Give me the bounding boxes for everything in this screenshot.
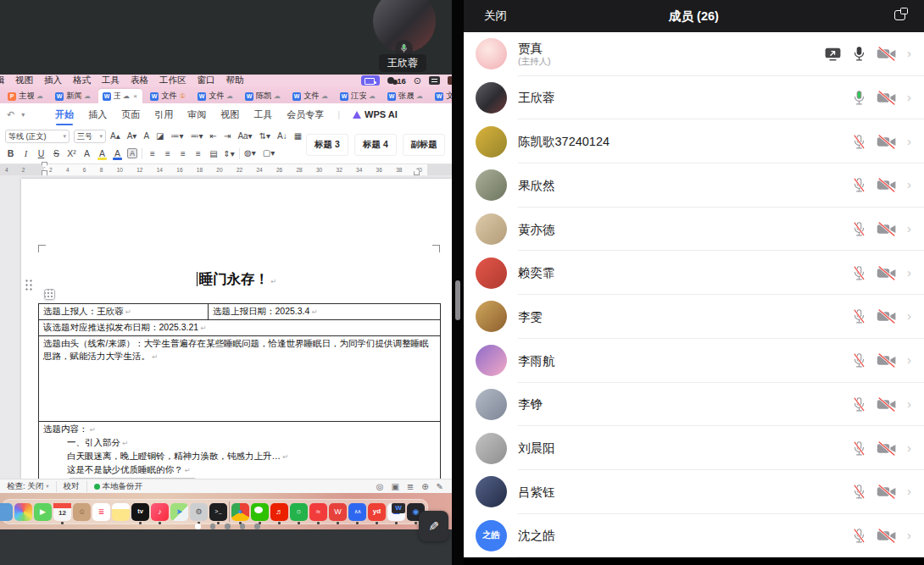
screen-share-status-button[interactable]: [361, 75, 380, 86]
chevron-right-icon[interactable]: ›: [907, 91, 911, 103]
dock-icon[interactable]: ♪: [151, 503, 169, 521]
statusbar-view-icon[interactable]: ⊕: [421, 482, 428, 491]
mic-icon[interactable]: [852, 90, 866, 106]
toolbar-icon[interactable]: A▴: [110, 132, 120, 141]
ribbon-tab[interactable]: 开始: [54, 105, 75, 125]
table-cell[interactable]: 选题上报人：王欣蓉: [39, 304, 209, 319]
italic-button[interactable]: I: [20, 149, 31, 158]
member-row[interactable]: 刘晨阳: [464, 426, 924, 470]
dock-icon[interactable]: ≣: [92, 503, 110, 521]
ribbon-tab[interactable]: 页面: [120, 105, 141, 125]
camera-off-icon[interactable]: [877, 47, 897, 61]
member-row[interactable]: 黄亦德: [464, 208, 924, 252]
statusbar-view-icon[interactable]: ≣: [407, 482, 414, 491]
popout-window-icon[interactable]: [894, 10, 905, 20]
menu-item[interactable]: 帮助: [226, 75, 244, 86]
menu-item[interactable]: 表格: [131, 75, 148, 86]
mic-icon[interactable]: [852, 221, 866, 237]
camera-off-icon[interactable]: [877, 441, 897, 456]
camera-off-icon[interactable]: [877, 529, 897, 543]
menu-item[interactable]: 窗口: [198, 75, 215, 86]
dock-icon[interactable]: [251, 503, 269, 521]
ribbon-tab[interactable]: 审阅: [186, 105, 207, 125]
dock-icon[interactable]: [112, 503, 130, 521]
mic-icon[interactable]: [852, 396, 866, 413]
align-button[interactable]: ≡: [147, 148, 159, 159]
chevron-right-icon[interactable]: ›: [907, 178, 911, 191]
scrollbar-handle[interactable]: [455, 280, 460, 320]
chevron-right-icon[interactable]: ›: [907, 135, 911, 147]
chevron-right-icon[interactable]: ›: [907, 441, 911, 454]
dock-icon[interactable]: [0, 503, 13, 521]
toolbar-icon[interactable]: ⇅▾: [259, 132, 270, 141]
dock-icon[interactable]: W: [329, 503, 347, 521]
table-cell[interactable]: 选题由头（线索/来源）：大学生普遍存在某些睡眠问题，恰逢世界睡眠日，为同学们提供…: [39, 336, 440, 421]
dock-icon[interactable]: ⚙: [190, 503, 208, 521]
chevron-right-icon[interactable]: ›: [907, 222, 911, 235]
ribbon-tab[interactable]: 视图: [220, 105, 240, 125]
highlight-color-button[interactable]: A: [97, 148, 108, 158]
ribbon-tab[interactable]: 插入: [87, 105, 108, 125]
document-tab[interactable]: W 王欣蓉: [98, 89, 142, 103]
document-page[interactable]: 睡门永存！↵ 选题上报人：王欣蓉 选题上报日期：2025.3.4 该选题对应推送…: [21, 179, 452, 479]
page-dot[interactable]: [210, 523, 216, 529]
page-dot[interactable]: [240, 523, 246, 529]
dock-icon[interactable]: ▶: [34, 503, 52, 521]
menu-item[interactable]: 格式: [73, 75, 91, 86]
document-tab[interactable]: W 文件_1: [193, 89, 237, 103]
chevron-right-icon[interactable]: ›: [907, 397, 911, 410]
participants-count-indicator[interactable]: 16: [387, 76, 406, 86]
member-row[interactable]: 陈凯歌37240124: [464, 119, 924, 163]
toolbar-icon[interactable]: ◪: [156, 132, 164, 141]
document-tab[interactable]: W 陈凯歌: [241, 89, 285, 103]
camera-off-icon[interactable]: [877, 91, 897, 105]
document-tab[interactable]: W 文件.d: [146, 89, 190, 103]
toolbar-icon[interactable]: A↓: [277, 132, 287, 141]
mic-icon[interactable]: [852, 265, 866, 281]
strikethrough-button[interactable]: S: [51, 148, 62, 158]
member-row[interactable]: 之皓 沈之皓: [464, 514, 924, 557]
table-cell[interactable]: 选题上报日期：2025.3.4: [209, 304, 440, 319]
mic-icon[interactable]: [852, 308, 866, 324]
document-tab[interactable]: W 江安琪: [336, 89, 380, 103]
dock-icon[interactable]: ∧∧: [348, 503, 366, 521]
member-row[interactable]: 李雯: [464, 295, 924, 339]
menu-item[interactable]: 插入: [44, 75, 62, 86]
ribbon-tab[interactable]: 工具: [253, 105, 273, 125]
mic-icon[interactable]: [852, 177, 866, 193]
wps-ai-button[interactable]: WPS AI: [353, 109, 398, 119]
local-backup-status[interactable]: 本地备份开: [86, 481, 150, 492]
table-drag-handle-icon[interactable]: [44, 289, 55, 300]
dock-icon[interactable]: tv: [131, 503, 149, 521]
document-tab[interactable]: W 文件.d: [288, 89, 332, 103]
camera-off-icon[interactable]: [877, 309, 897, 324]
camera-off-icon[interactable]: [877, 266, 897, 280]
font-name-select[interactable]: 等线 (正文)▾: [5, 130, 70, 143]
member-row[interactable]: 王欣蓉: [464, 76, 924, 120]
spellcheck-status[interactable]: 检查: 关闭▾: [0, 481, 56, 492]
toolbar-icon[interactable]: A: [143, 132, 149, 141]
mic-icon[interactable]: [852, 352, 866, 368]
align-button[interactable]: ≡: [177, 148, 189, 159]
align-button[interactable]: ≡: [162, 148, 174, 159]
document-tab[interactable]: W 新闻中: [51, 89, 95, 103]
dock-icon[interactable]: ○: [290, 503, 308, 521]
dock-icon[interactable]: 12: [53, 503, 71, 521]
style-chip[interactable]: 标题 4: [354, 134, 397, 156]
document-tab[interactable]: W 张晟.d: [383, 89, 427, 103]
mic-icon[interactable]: [852, 528, 866, 544]
member-row[interactable]: 李雨航: [464, 339, 924, 383]
undo-caret-icon[interactable]: ▾: [21, 111, 25, 119]
chevron-right-icon[interactable]: ›: [907, 529, 911, 541]
camera-off-icon[interactable]: [877, 353, 897, 368]
chevron-right-icon[interactable]: ›: [907, 266, 911, 279]
menu-item[interactable]: 视图: [15, 75, 33, 86]
camera-off-icon[interactable]: [877, 135, 897, 149]
camera-off-icon[interactable]: [877, 178, 897, 192]
toolbar-icon[interactable]: ◍▾: [244, 149, 256, 158]
mic-icon[interactable]: [852, 134, 866, 150]
statusbar-view-icon[interactable]: ✎: [437, 482, 443, 491]
statusbar-view-icon[interactable]: ◎: [376, 482, 384, 491]
chevron-right-icon[interactable]: ›: [907, 485, 911, 497]
mic-icon[interactable]: [852, 440, 866, 457]
